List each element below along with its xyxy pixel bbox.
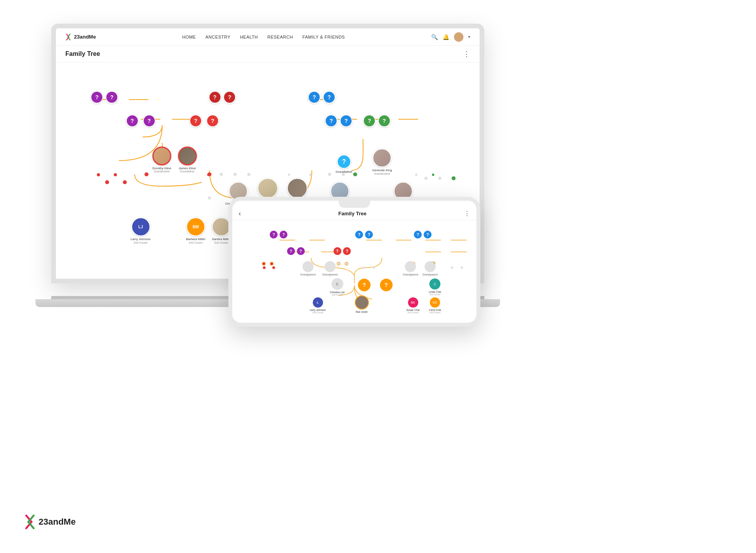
grandfather-node[interactable]: ? Grandfather <box>335 154 352 174</box>
unknown-node-11[interactable]: ? <box>325 115 337 127</box>
unknown-node-10[interactable]: ? <box>206 115 219 127</box>
svg-point-23 <box>438 177 441 180</box>
unknown-circle-12: ? <box>340 115 352 127</box>
phone-unknown-2[interactable]: ? <box>280 231 287 239</box>
larry-name: Larry Johnson <box>131 238 151 242</box>
phone-back-button[interactable]: ‹ <box>239 209 241 218</box>
sandra-miller-node[interactable]: Sandra Miller 2nd Cousin <box>212 218 231 244</box>
nav-icons: 🔍 🔔 ▾ <box>431 32 470 42</box>
svg-point-19 <box>105 180 109 184</box>
phone-device: ‹ Family Tree ⋮ <box>228 197 480 327</box>
nav-links: HOME ANCESTRY HEALTH RESEARCH FAMILY & F… <box>109 35 419 39</box>
unknown-node-13[interactable]: ? <box>363 115 376 127</box>
svg-point-20 <box>123 180 127 184</box>
larry-johnson-node[interactable]: LJ Larry Johnson 2nd Cousin <box>131 218 151 244</box>
nav-home[interactable]: HOME <box>182 35 196 39</box>
gertrude-king-node[interactable]: Gertrude King Grandmother <box>372 148 392 175</box>
phone-parent-orange-2[interactable]: ? <box>380 279 393 291</box>
phone-more-icon[interactable]: ⋮ <box>464 210 470 217</box>
unknown-node-2[interactable]: ? <box>106 91 118 104</box>
barbara-circle: BM <box>186 218 205 237</box>
nav-research[interactable]: RESEARCH <box>267 35 293 39</box>
phone-linda-chai-node[interactable]: C Linda Chai 2nd Cousin <box>429 279 441 296</box>
logo-text: 23andMe <box>74 34 96 40</box>
page-title: Family Tree <box>65 50 100 57</box>
phone-grandparent-2[interactable]: Grandparent <box>322 261 337 276</box>
unknown-node-9[interactable]: ? <box>189 115 202 127</box>
bottom-logo: 23andMe <box>24 514 76 529</box>
phone-dot-2 <box>272 266 275 269</box>
phone-unknown-10[interactable]: ? <box>343 247 351 255</box>
page-title-bar: Family Tree ⋮ <box>56 46 480 63</box>
james-role: Grandfather <box>180 170 195 173</box>
unknown-node-12[interactable]: ? <box>340 115 352 127</box>
unknown-node-1[interactable]: ? <box>91 91 103 104</box>
chevron-down-icon: ▾ <box>468 35 470 39</box>
phone-unknown-1[interactable]: ? <box>270 231 278 239</box>
grandfather-name: Grandfather <box>335 170 352 174</box>
svg-point-35 <box>345 262 348 265</box>
unknown-circle-10: ? <box>206 115 219 127</box>
unknown-circle-8: ? <box>143 115 156 127</box>
phone-dot-1 <box>263 266 265 269</box>
larry-circle: LJ <box>131 218 150 237</box>
unknown-circle-6: ? <box>323 91 335 104</box>
phone-christina-node[interactable]: C Christina Lee 2nd Cousin <box>330 278 345 296</box>
phone-rob-smith-node[interactable]: Rob Smith <box>355 296 369 313</box>
phone-unknown-7[interactable]: ? <box>287 247 295 255</box>
barbara-role: 2nd Cousin <box>189 241 202 244</box>
phone-carol-chai-node[interactable]: CC Carol Chai 2nd Cousin <box>429 297 441 313</box>
unknown-node-8[interactable]: ? <box>143 115 156 127</box>
svg-point-15 <box>247 173 250 176</box>
svg-point-32 <box>262 262 265 265</box>
phone-grandparent-1[interactable]: Grandparent <box>300 261 316 276</box>
unknown-node-14[interactable]: ? <box>378 115 391 127</box>
dorothy-name: Dorothy Kline <box>152 166 171 170</box>
phone-unknown-4[interactable]: ? <box>365 231 373 239</box>
svg-point-24 <box>452 176 456 180</box>
phone-family-tree[interactable]: ? ? ? ? ? ? ? <box>232 220 476 323</box>
unknown-node-5[interactable]: ? <box>308 91 321 104</box>
phone-dot-6 <box>461 266 463 269</box>
unknown-node-7[interactable]: ? <box>126 115 139 127</box>
dorothy-circle <box>152 146 171 165</box>
unknown-node-3[interactable]: ? <box>209 91 221 104</box>
bottom-logo-icon <box>24 514 36 529</box>
nav-ancestry[interactable]: ANCESTRY <box>206 35 231 39</box>
unknown-circle-4: ? <box>223 91 236 104</box>
more-options-icon[interactable]: ⋮ <box>463 50 470 58</box>
unknown-circle-14: ? <box>378 115 391 127</box>
unknown-node-4[interactable]: ? <box>223 91 236 104</box>
dot-1 <box>97 173 100 176</box>
dorothy-kline-node[interactable]: Dorothy Kline Grandmother <box>152 146 171 173</box>
philip-circle <box>287 178 308 198</box>
unknown-circle-7: ? <box>126 115 139 127</box>
nav-family-friends[interactable]: FAMILY & FRIENDS <box>302 35 345 39</box>
phone-larry-node[interactable]: L Larry Johnson 2nd Cousin <box>309 297 326 313</box>
dot-4 <box>288 174 290 176</box>
unknown-circle-11: ? <box>325 115 337 127</box>
phone-grandparent-3[interactable]: Grandparent <box>403 261 418 276</box>
unknown-node-6[interactable]: ? <box>323 91 335 104</box>
unknown-circle-2: ? <box>106 91 118 104</box>
svg-point-14 <box>233 173 237 176</box>
svg-point-33 <box>270 262 273 265</box>
barbara-miller-node[interactable]: BM Barbara Miller 2nd Cousin <box>186 218 206 244</box>
phone-grandparent-4[interactable]: Grandparent <box>422 261 438 276</box>
phone-unknown-8[interactable]: ? <box>297 247 305 255</box>
nav-health[interactable]: HEALTH <box>240 35 258 39</box>
phone-unknown-9[interactable]: ? <box>334 247 341 255</box>
phone-parent-orange-1[interactable]: ? <box>358 279 371 291</box>
user-avatar[interactable] <box>454 32 463 42</box>
search-icon[interactable]: 🔍 <box>431 34 438 40</box>
dot-2 <box>114 173 117 176</box>
svg-point-11 <box>145 172 148 176</box>
phone-body: ‹ Family Tree ⋮ <box>228 197 480 327</box>
nav-logo[interactable]: 23andMe <box>65 33 96 41</box>
phone-unknown-5[interactable]: ? <box>414 231 422 239</box>
phone-susan-chai-node[interactable]: SC Susan Chai 2nd Cousin <box>406 297 420 313</box>
phone-unknown-6[interactable]: ? <box>424 231 432 239</box>
bell-icon[interactable]: 🔔 <box>443 34 449 40</box>
phone-unknown-3[interactable]: ? <box>355 231 363 239</box>
james-kline-node[interactable]: James Kline Grandfather <box>178 146 197 173</box>
